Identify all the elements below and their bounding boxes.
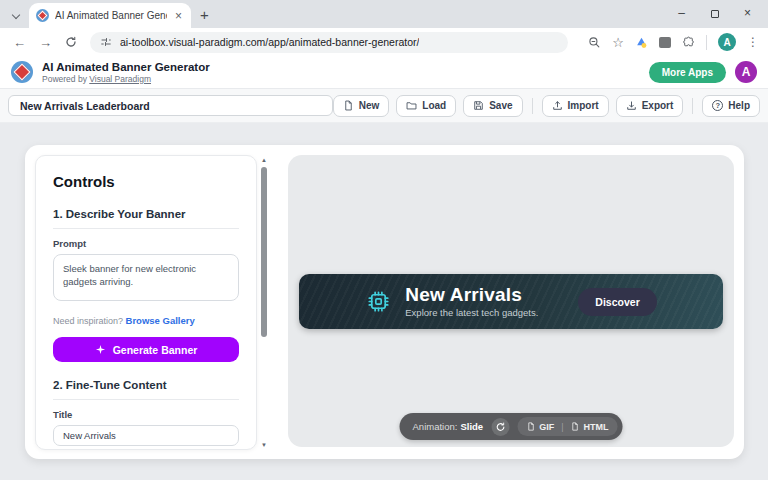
window-controls: – ×	[665, 0, 764, 26]
tab-search-chevron-icon[interactable]	[9, 11, 23, 21]
section-fine-tune: 2. Fine-Tune Content	[53, 379, 239, 400]
visual-paradigm-logo-icon	[11, 61, 33, 83]
browse-gallery-link[interactable]: Browse Gallery	[126, 315, 195, 326]
url-text: ai-toolbox.visual-paradigm.com/app/anima…	[120, 36, 419, 48]
browser-tab-strip: AI Animated Banner Generator × + – ×	[0, 0, 768, 28]
prompt-label: Prompt	[53, 238, 239, 249]
animation-status: Animation:Slide	[413, 421, 484, 432]
browser-toolbar: ← → ai-toolbox.visual-paradigm.com/app/a…	[0, 28, 768, 56]
app-user-avatar[interactable]: A	[735, 61, 757, 83]
app-title: AI Animated Banner Generator	[42, 60, 210, 74]
scrollbar-thumb[interactable]	[261, 167, 267, 337]
import-button[interactable]: Import	[542, 95, 609, 117]
site-favicon-icon	[36, 9, 49, 22]
export-button[interactable]: Export	[616, 95, 684, 117]
download-html-button[interactable]: HTML	[570, 422, 608, 432]
controls-panel: Controls 1. Describe Your Banner Prompt …	[35, 155, 257, 450]
visual-paradigm-link[interactable]: Visual Paradigm	[89, 74, 151, 84]
site-settings-tune-icon[interactable]	[100, 36, 112, 48]
export-buttons-group: GIF | HTML	[517, 417, 617, 436]
export-button-label: Export	[642, 100, 674, 111]
generate-banner-label: Generate Banner	[113, 344, 198, 356]
banner-title: New Arrivals	[405, 284, 538, 306]
folder-icon	[406, 100, 417, 111]
extension-generic-icon[interactable]	[659, 37, 671, 48]
refresh-icon	[495, 422, 505, 432]
more-apps-button[interactable]: More Apps	[649, 62, 726, 83]
save-button[interactable]: Save	[463, 95, 522, 117]
app-header: AI Animated Banner Generator Powered by …	[0, 56, 768, 89]
banner-title-input[interactable]	[53, 425, 239, 446]
extension-drive-icon[interactable]	[635, 36, 648, 49]
main-area: Controls 1. Describe Your Banner Prompt …	[0, 123, 768, 480]
maximize-icon	[711, 10, 719, 18]
forward-icon[interactable]: →	[39, 36, 52, 49]
tab-close-icon[interactable]: ×	[173, 10, 184, 22]
import-upload-icon	[552, 100, 563, 111]
browser-tab[interactable]: AI Animated Banner Generator ×	[29, 3, 191, 28]
reload-icon[interactable]	[65, 36, 77, 48]
divider	[532, 98, 533, 114]
scrollbar-down-icon[interactable]: ▼	[259, 442, 269, 448]
workspace-card: Controls 1. Describe Your Banner Prompt …	[25, 145, 744, 459]
powered-by: Powered by Visual Paradigm	[42, 74, 210, 85]
save-floppy-icon	[473, 100, 484, 111]
divider	[692, 98, 693, 114]
new-button[interactable]: New	[333, 95, 390, 117]
banner-text-block: New Arrivals Explore the latest tech gad…	[405, 284, 538, 319]
app-title-block: AI Animated Banner Generator Powered by …	[42, 60, 210, 85]
help-button-label: Help	[728, 100, 750, 111]
window-maximize-button[interactable]	[698, 6, 731, 20]
screen: AI Animated Banner Generator × + – × ← →…	[0, 0, 768, 480]
html-button-label: HTML	[583, 422, 608, 432]
gif-button-label: GIF	[539, 422, 554, 432]
animation-label: Animation:	[413, 421, 458, 432]
export-download-icon	[626, 100, 637, 111]
browser-profile-avatar[interactable]: A	[718, 33, 736, 51]
banner-cta-button[interactable]: Discover	[578, 288, 656, 316]
load-button-label: Load	[422, 100, 446, 111]
new-tab-button[interactable]: +	[200, 7, 209, 22]
gif-file-icon	[526, 422, 535, 431]
extensions-puzzle-icon[interactable]	[682, 36, 695, 49]
help-question-icon: ?	[712, 100, 723, 111]
chip-icon	[365, 288, 392, 315]
back-icon[interactable]: ←	[13, 36, 26, 49]
title-label: Title	[53, 409, 239, 420]
tab-title: AI Animated Banner Generator	[55, 10, 167, 21]
bookmark-star-icon[interactable]: ☆	[612, 36, 624, 49]
replay-animation-button[interactable]	[491, 418, 509, 436]
download-gif-button[interactable]: GIF	[526, 422, 554, 432]
sparkle-icon	[95, 344, 106, 355]
new-file-icon	[343, 100, 354, 111]
inspiration-text: Need inspiration?	[53, 316, 123, 326]
load-button[interactable]: Load	[396, 95, 456, 117]
generated-banner: New Arrivals Explore the latest tech gad…	[299, 274, 723, 329]
divider: |	[561, 422, 563, 432]
new-button-label: New	[359, 100, 380, 111]
save-button-label: Save	[489, 100, 512, 111]
inspiration-row: Need inspiration? Browse Gallery	[53, 315, 239, 326]
project-name-input[interactable]	[8, 95, 333, 116]
window-minimize-button[interactable]: –	[665, 6, 698, 20]
import-button-label: Import	[568, 100, 599, 111]
prompt-textarea[interactable]: Sleek banner for new electronic gadgets …	[53, 254, 239, 301]
address-bar[interactable]: ai-toolbox.visual-paradigm.com/app/anima…	[90, 32, 568, 53]
toolbar-buttons: New Load Save Import Export ? He	[333, 95, 760, 117]
generate-banner-button[interactable]: Generate Banner	[53, 337, 239, 362]
preview-footer-controls: Animation:Slide GIF | HTML	[400, 413, 623, 440]
banner-preview-panel: New Arrivals Explore the latest tech gad…	[288, 155, 734, 447]
powered-by-prefix: Powered by	[42, 74, 87, 84]
controls-heading: Controls	[53, 173, 239, 190]
controls-scrollbar[interactable]: ▲ ▼	[259, 155, 269, 450]
scrollbar-up-icon[interactable]: ▲	[259, 157, 269, 163]
html-file-icon	[570, 422, 579, 431]
window-close-button[interactable]: ×	[731, 6, 764, 20]
divider	[706, 35, 707, 50]
section-describe-banner: 1. Describe Your Banner	[53, 208, 239, 229]
zoom-out-icon[interactable]	[588, 36, 601, 49]
browser-actions: ☆ A ⋮	[588, 33, 759, 51]
browser-menu-kebab-icon[interactable]: ⋮	[747, 35, 759, 49]
project-toolbar: New Load Save Import Export ? He	[0, 89, 768, 123]
help-button[interactable]: ? Help	[702, 95, 760, 117]
